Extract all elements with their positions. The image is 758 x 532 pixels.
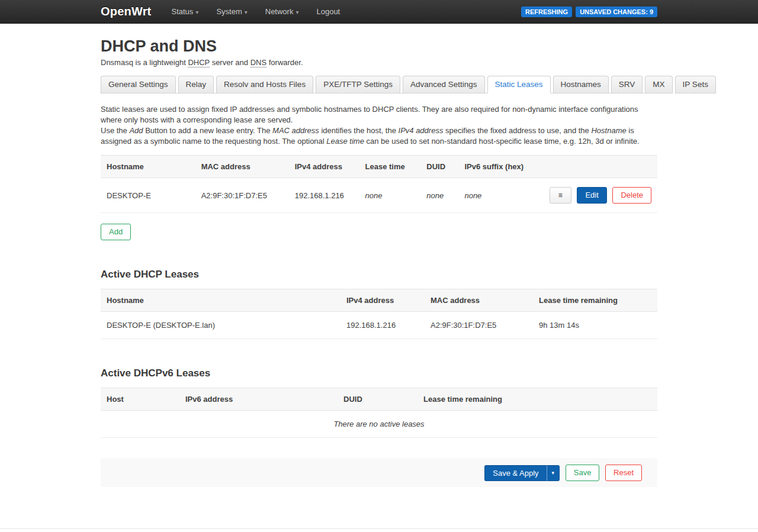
col-hostname: Hostname [101,289,341,312]
lease-remaining: 9h 13m 14s [533,312,657,339]
refreshing-badge[interactable]: REFRESHING [521,7,572,17]
col-ipv4-address: IPv4 address [289,156,359,178]
dhcp-abbr: DHCP [188,58,210,67]
lease-ipv4: 192.168.1.216 [289,178,359,213]
description-text: specifies the fixed address to use, and … [443,126,591,135]
col-duid: DUID [420,156,458,178]
nav-logout[interactable]: Logout [316,7,340,16]
lease-ipv4: 192.168.1.216 [341,312,425,339]
caret-down-icon: ▾ [296,9,298,15]
description-term: Lease time [326,137,364,146]
col-mac-address: MAC address [425,289,533,312]
description-paragraph-1: Static leases are used to assign fixed I… [101,104,657,125]
static-lease-row: DESKTOP-E A2:9F:30:1F:D7:E5 192.168.1.21… [101,178,657,213]
description-text: identifies the host, the [319,126,399,135]
static-leases-header-row: Hostname MAC address IPv4 address Lease … [101,156,657,178]
lease-hostname: DESKTOP-E [101,178,195,213]
lease-time: none [359,178,421,213]
tab-advanced-settings[interactable]: Advanced Settings [403,76,485,93]
description-text: Button to add a new lease entry. The [143,126,273,135]
footer: Powered by LuCI openwrt-22.03 branch (gi… [101,529,657,532]
dhcpv6-leases-header-row: Host IPv6 address DUID Lease time remain… [101,388,657,411]
subtitle-text: forwarder. [266,58,303,67]
no-active-leases-message: There are no active leases [101,411,657,438]
subtitle-text: server and [210,58,250,67]
col-mac-address: MAC address [195,156,289,178]
description-paragraph-2: Use the Add Button to add a new lease en… [101,125,657,147]
top-navbar: OpenWrt Status▾ System▾ Network▾ Logout … [0,0,758,24]
dhcp-lease-row: DESKTOP-E (DESKTOP-E.lan) 192.168.1.216 … [101,312,657,339]
description-term: Add [129,126,143,135]
col-lease-time-remaining: Lease time remaining [417,388,657,411]
save-button[interactable]: Save [566,465,600,481]
settings-tab-bar: General Settings Relay Resolv and Hosts … [101,75,657,93]
openwrt-brand: OpenWrt [101,5,151,18]
lease-mac: A2:9F:30:1F:D7:E5 [195,178,289,213]
nav-network[interactable]: Network▾ [265,7,299,16]
nav-status[interactable]: Status▾ [171,7,198,16]
static-leases-table: Hostname MAC address IPv4 address Lease … [101,155,657,213]
tab-relay[interactable]: Relay [178,76,214,93]
reset-button[interactable]: Reset [605,465,642,481]
caret-down-icon: ▾ [245,9,248,15]
save-apply-dropdown-button[interactable]: ▾ [547,465,560,481]
description-term: IPv4 address [399,126,444,135]
empty-leases-row: There are no active leases [101,411,657,438]
page-title: DHCP and DNS [101,37,657,56]
description-text: can be used to set non-standard host-spe… [364,137,640,146]
tab-pxe-tftp-settings[interactable]: PXE/TFTP Settings [316,76,400,93]
dhcp-leases-header-row: Hostname IPv4 address MAC address Lease … [101,289,657,312]
col-hostname: Hostname [101,156,195,178]
tab-ip-sets[interactable]: IP Sets [675,76,716,93]
description-term: Hostname [591,126,626,135]
menu-icon: ≡ [558,191,563,199]
col-ipv4-address: IPv4 address [341,289,425,312]
tab-hostnames[interactable]: Hostnames [553,76,609,93]
lease-duid: none [420,178,458,213]
active-dhcp-leases-title: Active DHCP Leases [101,269,657,280]
page-subtitle: Dnsmasq is a lightweight DHCP server and… [101,58,657,67]
col-lease-time-remaining: Lease time remaining [533,289,657,312]
subtitle-text: Dnsmasq is a lightweight [101,58,188,67]
dns-abbr: DNS [250,58,266,67]
add-button[interactable]: Add [101,224,131,240]
col-duid: DUID [338,388,417,411]
col-host: Host [101,388,179,411]
tab-mx[interactable]: MX [645,76,672,93]
tab-resolv-hosts-files[interactable]: Resolv and Hosts Files [216,76,313,93]
caret-down-icon: ▾ [195,9,198,15]
static-leases-description: Static leases are used to assign fixed I… [101,104,657,147]
active-dhcp-leases-table: Hostname IPv4 address MAC address Lease … [101,289,657,339]
lease-ipv6-suffix: none [458,178,543,213]
col-ipv6-address: IPv6 address [179,388,338,411]
delete-button[interactable]: Delete [612,187,651,204]
active-dhcpv6-leases-table: Host IPv6 address DUID Lease time remain… [101,388,657,438]
edit-button[interactable]: Edit [577,187,606,204]
col-actions [544,156,657,178]
tab-general-settings[interactable]: General Settings [101,76,176,93]
row-menu-button[interactable]: ≡ [550,187,571,204]
save-apply-split-button: Save & Apply ▾ [484,465,560,481]
save-apply-button[interactable]: Save & Apply [484,465,546,481]
description-text: Use the [101,126,129,135]
col-lease-time: Lease time [359,156,421,178]
caret-down-icon: ▾ [552,470,555,476]
active-dhcpv6-leases-title: Active DHCPv6 Leases [101,367,657,379]
lease-hostname: DESKTOP-E (DESKTOP-E.lan) [101,312,341,339]
col-ipv6-suffix: IPv6 suffix (hex) [458,156,543,178]
save-action-bar: Save & Apply ▾ Save Reset [101,458,657,487]
tab-static-leases[interactable]: Static Leases [487,76,551,93]
lease-mac: A2:9F:30:1F:D7:E5 [425,312,533,339]
nav-system[interactable]: System▾ [216,7,247,16]
description-term: MAC address [272,126,319,135]
unsaved-changes-badge[interactable]: UNSAVED CHANGES: 9 [576,7,657,17]
tab-srv[interactable]: SRV [611,76,643,93]
